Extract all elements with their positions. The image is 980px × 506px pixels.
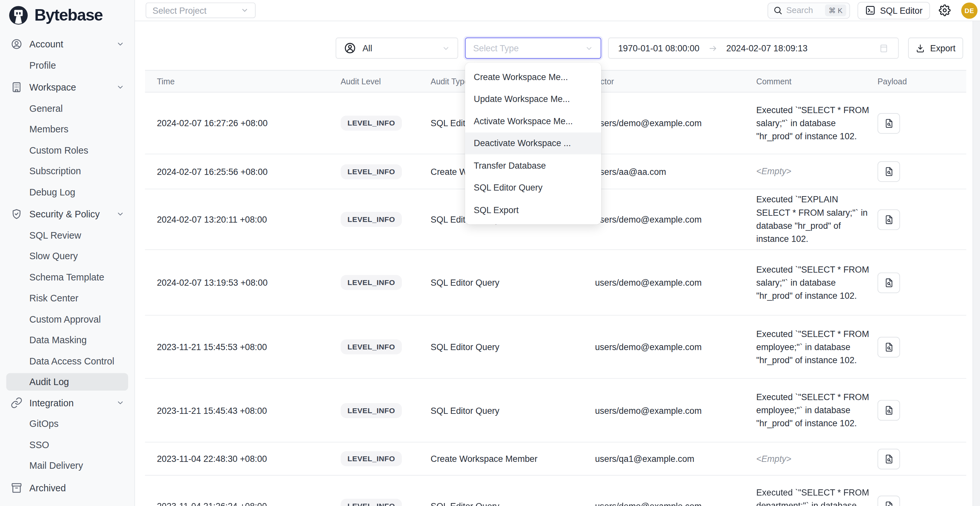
row-actor: users/demo@example.com bbox=[595, 405, 756, 415]
payload-view-button[interactable] bbox=[877, 113, 900, 134]
file-search-icon bbox=[884, 501, 894, 506]
sidebar-item-account[interactable]: Account bbox=[0, 33, 134, 54]
sql-editor-button[interactable]: SQL Editor bbox=[858, 2, 930, 19]
chevron-down-icon bbox=[116, 40, 124, 48]
payload-view-button[interactable] bbox=[877, 400, 900, 421]
sidebar-item-label: Profile bbox=[29, 60, 56, 71]
row-audit-type: SQL Editor Query bbox=[431, 501, 595, 506]
payload-view-button[interactable] bbox=[877, 449, 900, 469]
type-filter-select[interactable]: Select Type bbox=[465, 38, 601, 59]
sidebar-item-archived[interactable]: Archived bbox=[0, 477, 134, 498]
sidebar-item-sql-review[interactable]: SQL Review bbox=[0, 224, 134, 245]
payload-view-button[interactable] bbox=[877, 161, 900, 182]
row-audit-type: SQL Editor Query bbox=[431, 277, 595, 288]
type-menu-item[interactable]: Activate Workspace Me... bbox=[465, 110, 601, 132]
project-select[interactable]: Select Project bbox=[145, 3, 256, 18]
payload-view-button[interactable] bbox=[877, 337, 900, 357]
sidebar-item-custom-approval[interactable]: Custom Approval bbox=[0, 309, 134, 329]
bytebase-logo-icon bbox=[8, 5, 29, 25]
gear-icon[interactable] bbox=[939, 4, 951, 16]
sidebar-item-label: Subscription bbox=[29, 166, 81, 177]
sidebar-item-risk-center[interactable]: Risk Center bbox=[0, 288, 134, 309]
sidebar-item-debug-log[interactable]: Debug Log bbox=[0, 181, 134, 202]
type-menu-item[interactable]: Transfer Database bbox=[465, 154, 601, 177]
actor-filter-select[interactable]: All bbox=[336, 38, 458, 59]
sidebar-item-gitops[interactable]: GitOps bbox=[0, 413, 134, 434]
sidebar-item-audit-log[interactable]: Audit Log bbox=[6, 373, 128, 391]
export-label: Export bbox=[930, 43, 956, 53]
brand-name: Bytebase bbox=[34, 6, 103, 25]
chevron-down-icon bbox=[116, 83, 124, 92]
row-time: 2024-02-07 13:19:53 +08:00 bbox=[157, 277, 340, 288]
sidebar-item-sso[interactable]: SSO bbox=[0, 434, 134, 455]
row-time: 2023-11-21 15:45:53 +08:00 bbox=[157, 342, 340, 352]
row-comment: Executed `"SELECT * FROM employee;"` in … bbox=[756, 391, 878, 430]
sidebar-item-integration[interactable]: Integration bbox=[0, 392, 134, 413]
row-actor: users/qa1@example.com bbox=[595, 454, 756, 464]
row-comment: Executed `"SELECT * FROM department;"` i… bbox=[756, 486, 878, 506]
payload-view-button[interactable] bbox=[877, 209, 900, 230]
sidebar-item-label: Data Access Control bbox=[29, 355, 115, 366]
sidebar-item-label: Data Masking bbox=[29, 334, 87, 345]
row-comment: Executed `"SELECT * FROM salary;"` in da… bbox=[756, 263, 878, 302]
sidebar-item-profile[interactable]: Profile bbox=[0, 54, 134, 75]
file-search-icon bbox=[884, 214, 894, 225]
level-badge: LEVEL_INFO bbox=[340, 498, 402, 506]
topbar: Select Project Search ⌘ K SQL Editor bbox=[135, 0, 980, 21]
payload-view-button[interactable] bbox=[877, 496, 900, 506]
table-row: 2023-11-21 15:45:53 +08:00 LEVEL_INFO SQ… bbox=[145, 316, 966, 379]
link-icon bbox=[11, 397, 22, 409]
level-badge: LEVEL_INFO bbox=[340, 451, 402, 466]
type-filter-menu: Create Workspace Me... Update Workspace … bbox=[465, 62, 601, 224]
avatar[interactable]: DE bbox=[961, 2, 978, 19]
level-badge: LEVEL_INFO bbox=[340, 164, 402, 179]
sidebar-item-data-access-control[interactable]: Data Access Control bbox=[0, 350, 134, 371]
chevron-down-icon bbox=[116, 398, 124, 407]
sidebar-nav: Account Profile Workspace General Member… bbox=[0, 33, 134, 498]
sidebar-item-subscription[interactable]: Subscription bbox=[0, 161, 134, 181]
file-search-icon bbox=[884, 342, 894, 352]
sidebar-item-workspace[interactable]: Workspace bbox=[0, 77, 134, 98]
sidebar-item-members[interactable]: Members bbox=[0, 119, 134, 140]
type-menu-item[interactable]: SQL Editor Query bbox=[465, 177, 601, 199]
row-actor: users/demo@example.com bbox=[595, 501, 756, 506]
level-badge: LEVEL_INFO bbox=[340, 212, 402, 227]
export-button[interactable]: Export bbox=[908, 38, 963, 59]
row-audit-type: SQL Editor Query bbox=[431, 342, 595, 352]
file-search-icon bbox=[884, 118, 894, 129]
row-time: 2023-11-04 22:48:30 +08:00 bbox=[157, 454, 340, 464]
chevron-down-icon bbox=[116, 210, 124, 218]
sidebar-item-label: Security & Policy bbox=[29, 209, 100, 220]
sidebar-item-mail-delivery[interactable]: Mail Delivery bbox=[0, 455, 134, 476]
sidebar-item-slow-query[interactable]: Slow Query bbox=[0, 245, 134, 266]
filter-bar: All Select Type 1970-01-01 08:00:00 2024… bbox=[135, 38, 963, 59]
table-row: 2023-11-21 15:45:43 +08:00 LEVEL_INFO SQ… bbox=[145, 379, 966, 442]
sidebar-item-general[interactable]: General bbox=[0, 98, 134, 119]
level-badge: LEVEL_INFO bbox=[340, 403, 402, 418]
file-search-icon bbox=[884, 277, 894, 288]
column-header-actor: Actor bbox=[595, 76, 756, 86]
row-time: 2023-11-04 21:26:24 +08:00 bbox=[157, 501, 340, 506]
type-menu-item[interactable]: Update Workspace Me... bbox=[465, 88, 601, 110]
level-badge: LEVEL_INFO bbox=[340, 339, 402, 354]
date-range-picker[interactable]: 1970-01-01 08:00:00 2024-02-07 18:09:13 bbox=[608, 38, 899, 59]
sidebar-item-custom-roles[interactable]: Custom Roles bbox=[0, 140, 134, 161]
file-search-icon bbox=[884, 453, 894, 464]
type-menu-item[interactable]: SQL Export bbox=[465, 199, 601, 221]
chevron-down-icon bbox=[442, 44, 450, 52]
sidebar-item-schema-template[interactable]: Schema Template bbox=[0, 266, 134, 287]
sidebar-item-security-policy[interactable]: Security & Policy bbox=[0, 204, 134, 224]
sidebar-item-label: Archived bbox=[29, 482, 66, 493]
scrollbar[interactable] bbox=[972, 21, 980, 506]
sidebar-item-label: Account bbox=[29, 39, 64, 50]
payload-view-button[interactable] bbox=[877, 272, 900, 293]
sidebar-item-label: Custom Roles bbox=[29, 145, 88, 156]
terminal-icon bbox=[865, 5, 876, 16]
type-menu-item-highlighted[interactable]: Deactivate Workspace ... bbox=[465, 132, 601, 154]
bytebase-logo[interactable]: Bytebase bbox=[0, 0, 134, 25]
type-menu-item[interactable]: Create Workspace Me... bbox=[465, 66, 601, 88]
search-shortcut-badge: ⌘ K bbox=[825, 4, 846, 16]
search-input[interactable]: Search ⌘ K bbox=[767, 2, 850, 19]
sidebar-item-data-masking[interactable]: Data Masking bbox=[0, 329, 134, 350]
sidebar-item-label: General bbox=[29, 103, 63, 114]
